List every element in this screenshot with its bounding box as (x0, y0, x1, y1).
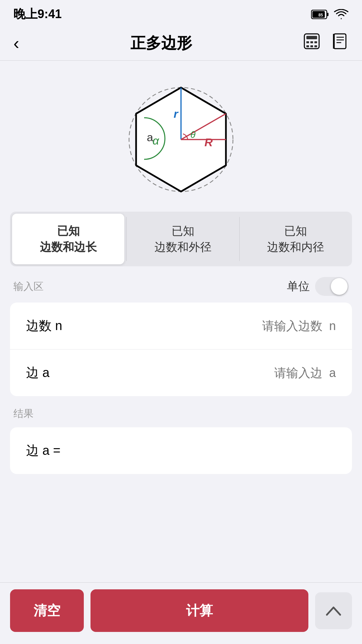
clear-button[interactable]: 清空 (10, 589, 84, 632)
svg-rect-12 (334, 34, 346, 49)
wifi-icon (334, 9, 349, 20)
result-card: 边 a = (10, 427, 352, 474)
alpha-label: α (153, 134, 160, 147)
tab-sides-outer[interactable]: 已知边数和外径 (127, 212, 239, 266)
svg-rect-5 (306, 36, 317, 39)
input-section-header: 输入区 单位 (0, 266, 362, 303)
tabs-container: 已知边数和边长 已知边数和外径 已知边数和内径 (10, 212, 352, 266)
battery-icon: 85 (311, 10, 328, 19)
unit-row: 单位 (287, 277, 349, 296)
field-n-label: 边数 n (26, 317, 62, 334)
book-icon (331, 33, 349, 50)
input-row-a: 边 a (10, 349, 352, 396)
svg-rect-1 (327, 13, 328, 16)
collapse-button[interactable] (315, 592, 352, 629)
chevron-up-icon (325, 605, 342, 616)
svg-text:85: 85 (318, 13, 323, 17)
theta-label: θ (190, 129, 195, 140)
r-label: r (174, 107, 179, 120)
svg-rect-11 (314, 45, 317, 47)
bottom-bar: 清空 计算 (0, 582, 362, 644)
status-time: 晚上9:41 (13, 6, 62, 22)
calculator-icon (303, 33, 320, 50)
back-button[interactable]: ‹ (13, 35, 19, 52)
diagram-area: r R θ α a (0, 61, 362, 212)
polygon-diagram: r R θ α a (117, 74, 245, 202)
toggle-knob (331, 278, 348, 295)
svg-rect-9 (306, 45, 309, 47)
nav-bar: ‹ 正多边形 (0, 26, 362, 61)
book-button[interactable] (331, 33, 349, 54)
field-a-input[interactable] (202, 366, 336, 380)
tab-sides-length[interactable]: 已知边数和边长 (12, 214, 124, 264)
R-label: R (204, 136, 213, 149)
calculate-button[interactable]: 计算 (90, 589, 308, 632)
input-row-n: 边数 n (10, 303, 352, 349)
status-icons: 85 (311, 9, 349, 20)
svg-rect-10 (310, 45, 313, 47)
field-n-input[interactable] (202, 319, 336, 333)
page-title: 正多边形 (130, 33, 192, 54)
input-section-label: 输入区 (13, 280, 44, 293)
status-bar: 晚上9:41 85 (0, 0, 362, 26)
a-side-label: a (147, 131, 153, 144)
svg-rect-6 (306, 41, 309, 43)
tab-sides-inner[interactable]: 已知边数和内径 (240, 212, 352, 266)
svg-rect-7 (310, 41, 313, 43)
field-a-label: 边 a (26, 364, 50, 381)
result-a: 边 a = (26, 442, 336, 459)
calculator-button[interactable] (303, 33, 320, 54)
unit-toggle[interactable] (315, 277, 349, 296)
unit-label: 单位 (287, 279, 310, 294)
results-label: 结果 (0, 396, 362, 427)
nav-actions (303, 33, 349, 54)
svg-rect-8 (314, 41, 317, 43)
input-card: 边数 n 边 a (10, 303, 352, 396)
